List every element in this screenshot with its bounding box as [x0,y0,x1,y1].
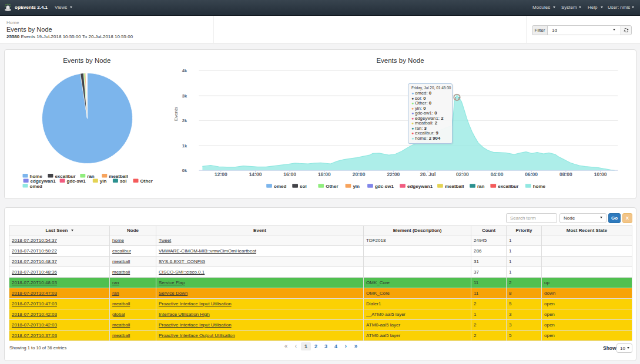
svg-text:Other: Other [326,184,338,189]
svg-text:edgeywan1: edgeywan1 [407,184,433,189]
svg-text:4k: 4k [182,68,187,73]
svg-text:sol: sol [120,178,127,184]
svg-text:1k: 1k [182,143,187,149]
svg-text:meatball: meatball [445,184,464,189]
svg-text:0k: 0k [182,168,187,173]
svg-text:omed: omed [274,184,286,189]
svg-text:14:00: 14:00 [249,171,262,177]
svg-text:3k: 3k [182,93,187,99]
svg-text:yin: yin [100,178,107,184]
svg-text:06:00: 06:00 [525,171,538,177]
svg-text:home: home [533,184,546,189]
svg-text:Events by Node: Events by Node [63,57,110,64]
svg-text:10:00: 10:00 [594,171,607,177]
svg-text:20:00: 20:00 [353,171,366,177]
svg-text:02:00: 02:00 [456,171,469,177]
svg-text:yin: yin [353,184,360,189]
svg-text:08:00: 08:00 [559,171,572,177]
svg-text:12:00: 12:00 [215,171,227,177]
svg-text:ran: ran [477,184,485,189]
svg-text:sol: sol [300,184,307,189]
svg-text:22:00: 22:00 [387,171,400,177]
svg-text:16:00: 16:00 [283,171,296,177]
svg-text:20. Jul: 20. Jul [420,171,435,177]
svg-text:gdc-sw1: gdc-sw1 [375,184,394,189]
svg-text:ran: ran [87,174,95,179]
svg-text:Other: Other [140,178,153,184]
svg-text:04:00: 04:00 [491,171,504,177]
svg-text:2k: 2k [182,118,187,123]
svg-text:omed: omed [30,184,42,189]
svg-text:excalibur: excalibur [498,184,518,189]
svg-text:Events: Events [173,107,179,121]
svg-text:18:00: 18:00 [318,171,331,177]
svg-text:gdc-sw1: gdc-sw1 [67,178,86,184]
svg-text:Events by Node: Events by Node [376,57,424,64]
